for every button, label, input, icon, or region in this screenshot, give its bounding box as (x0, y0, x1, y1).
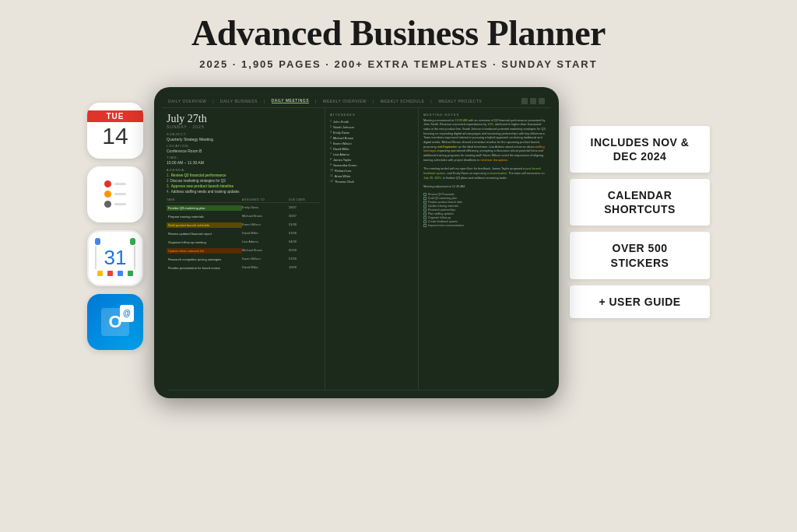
task-row-4: Review updated financial report David Mi… (167, 230, 320, 239)
nav-daily-business[interactable]: DAILY BUSINESS (220, 99, 258, 103)
attendee-5: 5Karen Wilson (330, 141, 413, 146)
tablet-screen: DAILY OVERVIEW | DAILY BUSINESS | DAILY … (162, 95, 551, 390)
attendee-1: 1John Smith (330, 119, 413, 124)
nav-daily-meetings[interactable]: DAILY MEETINGS (272, 98, 310, 103)
check-item-3: Finalize product launch date (423, 201, 546, 204)
header: Advanced Business Planner 2025 · 1,905 P… (0, 0, 797, 76)
page-title: Advanced Business Planner (0, 14, 797, 54)
badge-stickers: OVER 500 STICKERS (570, 232, 710, 278)
planner-bottom-bar (162, 390, 551, 390)
task-row-2: Prepare training materials Michael Brown… (167, 213, 320, 222)
planner-date: July 27th (167, 113, 320, 124)
nav-weekly-projects[interactable]: WEEKLY PROJECTS (438, 99, 482, 103)
location-field: LOCATION: Conference Room B (167, 144, 320, 153)
right-badges-column: INCLUDES NOV & DEC 2024 CALENDAR SHORTCU… (570, 126, 710, 318)
outlook-app-icon[interactable]: O @ (87, 294, 143, 350)
task-row-5: Organize follow-up meeting Lisa Adams 04… (167, 239, 320, 247)
nav-icon-3[interactable] (539, 98, 545, 104)
agenda-item-3: 3. Approve new product launch timeline (167, 184, 320, 188)
attendees-label: ATTENDEES (330, 113, 413, 117)
calendar-app-icon[interactable]: TUE 14 (87, 103, 143, 159)
task-row-3: Draft product launch schedule Karen Wils… (167, 222, 320, 230)
subtitle-bar: 2025 · 1,905 PAGES · 200+ EXTRA TEMPLATE… (0, 58, 797, 70)
google-calendar-app-icon[interactable]: 31 (87, 230, 143, 286)
attendee-9: 9Samantha Green (330, 163, 413, 168)
task-row-6: Update client outreach list Michael Brow… (167, 247, 320, 256)
nav-daily-overview[interactable]: DAILY OVERVIEW (168, 99, 206, 103)
attendee-2: 2Sarah Johnson (330, 124, 413, 130)
task-row-1: Finalize Q3 marketing plan Emily Davis 2… (167, 205, 320, 213)
notes-column: MEETING NOTES Meeting commenced at 10:00… (419, 108, 551, 390)
check-item-2: Draft Q3 marketing plan (423, 197, 546, 200)
reminder-item-1 (104, 181, 126, 187)
attendee-12: 12Thomas Clark (330, 179, 413, 184)
attendee-10: 10Richard Lee (330, 168, 413, 173)
tasks-section: TASKASSIGNED TODUE DATE Finalize Q3 mark… (167, 198, 320, 273)
calendar-date-number: 14 (102, 122, 128, 150)
planner-body: July 27th SUNDAY · 2025 SUBJECT: Quarter… (162, 108, 551, 390)
notes-text: Meeting commenced at 10:00 AM with an ov… (423, 119, 546, 190)
nav-icon-2[interactable] (530, 98, 536, 104)
attendee-8: 8James Taylor (330, 157, 413, 163)
planner-date-sub: SUNDAY · 2025 (167, 124, 320, 129)
notes-label: MEETING NOTES (423, 113, 546, 117)
badge-user-guide: + USER GUIDE (570, 285, 710, 318)
check-item-7: Organize follow-up (423, 216, 546, 219)
reminders-app-icon[interactable] (87, 166, 143, 222)
nav-icon-1[interactable] (521, 98, 528, 104)
agenda-item-1: 1. Review Q2 financial performance (167, 173, 320, 177)
gcal-inner: 31 (95, 238, 135, 278)
agenda-item-4: 4. Address staffing needs and training u… (167, 190, 320, 194)
reminder-item-2 (104, 191, 126, 198)
planner-nav: DAILY OVERVIEW | DAILY BUSINESS | DAILY … (162, 95, 551, 108)
check-item-9: Improve team communication (423, 224, 546, 227)
attendee-4: 4Michael Brown (330, 135, 413, 141)
left-icons-column: TUE 14 (87, 103, 143, 350)
task-row-7: Research competitor pricing strategies K… (167, 256, 320, 264)
nav-weekly-schedule[interactable]: WEEKLY SCHEDULE (381, 99, 425, 103)
attendee-6: 6David Miller (330, 146, 413, 152)
tasks-header: TASKASSIGNED TODUE DATE (167, 198, 320, 203)
badge-nov-dec: INCLUDES NOV & DEC 2024 (570, 126, 710, 173)
agenda-section: AGENDA: 1. Review Q2 financial performan… (167, 168, 320, 194)
planner-left-column: July 27th SUNDAY · 2025 SUBJECT: Quarter… (162, 108, 325, 390)
attendees-column: ATTENDEES 1John Smith 2Sarah Johnson 3Em… (325, 108, 419, 390)
check-item-5: Research partnerships (423, 208, 546, 212)
check-item-6: Plan staffing updates (423, 212, 546, 215)
main-area: TUE 14 (0, 76, 797, 398)
reminder-item-3 (104, 201, 126, 208)
agenda-item-2: 2 Discuss marketing strategies for Q3 (167, 179, 320, 183)
attendee-7: 7Lisa Adams (330, 152, 413, 157)
check-item-4: Update training materials (423, 205, 546, 208)
badge-calendar-shortcuts: CALENDAR SHORTCUTS (570, 179, 710, 226)
mini-checklist: Review Q2 Financials Draft Q3 marketing … (423, 193, 546, 227)
attendee-11: 11Anna White (330, 173, 413, 179)
check-item-1: Review Q2 Financials (423, 193, 546, 196)
attendee-3: 3Emily Davis (330, 130, 413, 135)
nav-weekly-overview[interactable]: WEEKLY OVERVIEW (323, 99, 367, 103)
tablet-device: DAILY OVERVIEW | DAILY BUSINESS | DAILY … (154, 79, 559, 398)
check-item-8: Create feedback system (423, 220, 546, 223)
subject-field: SUBJECT: Quarterly Strategy Meeting (167, 132, 320, 142)
tablet-frame: DAILY OVERVIEW | DAILY BUSINESS | DAILY … (154, 87, 559, 398)
gcal-date-number: 31 (104, 246, 127, 270)
task-row-8: Finalize presentation for board review D… (167, 264, 320, 273)
calendar-day-label: TUE (87, 110, 143, 122)
time-field: TIME: 10:00 AM – 11:30 AM (167, 156, 320, 165)
